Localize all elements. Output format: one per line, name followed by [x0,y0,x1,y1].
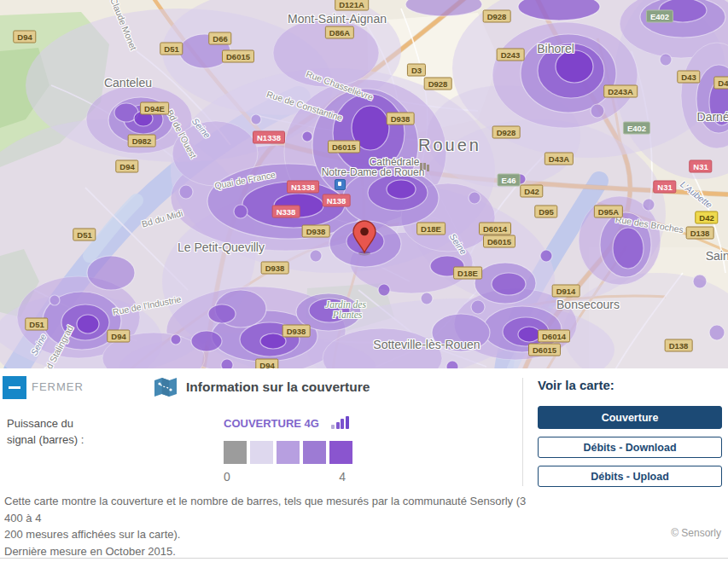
road-badge: D43A [545,153,574,165]
map-place-label: Mont-Saint-Aignan [288,12,387,26]
road-badge: D982 [128,135,156,148]
road-badge: N31 [689,160,712,173]
cathedral-poi-icon [420,163,422,170]
road-badge: D914 [552,285,580,298]
road-badge: N138 [323,194,351,207]
map-place-label: Canteleu [104,76,152,90]
map-switcher-heading: Voir la carte: [538,378,614,392]
map-switcher-buttons: CouvertureDébits - DownloadDébits - Uplo… [538,406,722,495]
road-badge: D938 [282,325,311,338]
map-view-button-2[interactable]: Débits - Upload [538,466,722,487]
road-badge: D42 [695,211,718,224]
road-badge: D6015 [222,50,254,63]
road-badge: D6015 [483,235,515,248]
road-badge: N1338 [253,131,285,144]
map-street-label: Jardin des [325,299,366,310]
road-badge: D95A [594,206,623,218]
legend-swatch-2 [277,441,300,464]
signal-bars-icon [331,415,350,429]
road-badge: D94 [255,359,278,369]
map-place-label: Bonsecours [556,298,620,311]
road-badge: D18E [416,223,446,235]
map-canvas [0,0,728,368]
road-badge: D3 [407,64,426,77]
vertical-divider [522,378,523,486]
road-badge: D6015 [328,141,360,154]
road-badge: D938 [387,113,415,125]
map-icon [154,377,177,397]
legend-swatch-0 [224,441,247,464]
map-place-label: Saint- [706,249,728,263]
road-badge: D51 [73,229,96,241]
map-place-label: Notre-Dame de Rouen [322,166,425,178]
map-place-label: Sotteville-lès-Rouen [373,338,480,351]
road-badge: D94 [115,160,138,173]
info-panel: FERMER Information sur la couverture Pui… [0,368,728,559]
map-place-label: Bihorel [537,42,574,55]
road-badge: D43 [677,71,700,84]
road-badge: D928 [483,10,511,23]
legend-swatch-3 [303,441,326,464]
map-street-label: Plantes [333,310,363,320]
minus-icon [9,386,20,389]
bottom-divider [0,558,728,559]
map-view-button-0[interactable]: Couverture [538,406,722,429]
road-badge: D938 [261,262,289,275]
legend-title: COUVERTURE 4G [224,417,319,430]
road-badge: E402 [623,122,650,135]
road-badge: D51 [25,318,48,331]
signal-strength-label: Puissance dusignal (barres) : [7,415,84,448]
road-badge: D42 [520,185,543,198]
legend-swatch-1 [250,441,273,464]
road-badge: N338 [272,206,300,218]
road-badge: D6014 [479,223,511,235]
collapse-button[interactable] [3,376,26,399]
road-badge: D6014 [538,330,570,343]
road-badge: D66 [208,32,231,45]
road-badge: D94 [107,330,130,343]
road-badge: D6015 [528,344,561,356]
legend-max-value: 4 [339,470,346,484]
map-marker-icon[interactable] [348,215,381,256]
road-badge: D43 [713,77,728,90]
road-badge: D138 [665,339,693,352]
road-badge: D51 [160,43,183,55]
road-badge: D18E [453,267,482,280]
footer-description: Cette carte montre la couverture et le n… [4,493,533,559]
road-badge: D86A [325,26,354,39]
copyright-label: © Sensorly [671,527,721,539]
panel-title: Information sur la couverture [186,379,370,395]
road-badge: D243 [497,49,525,61]
legend-swatch-4 [329,441,352,464]
road-badge: E46 [498,174,521,187]
map-place-label: Rouen [418,136,481,155]
legend-min-value: 0 [224,470,230,484]
road-badge: D94 [13,31,36,43]
road-badge: N31 [653,181,676,194]
road-badge: N1338 [287,181,319,194]
coverage-map[interactable]: Mont-Saint-AignanCanteleuRouenBihorelDar… [0,0,728,368]
road-badge: D243A [603,85,638,98]
map-place-label: Darnétal [697,110,728,124]
coverage-app: Mont-Saint-AignanCanteleuRouenBihorelDar… [0,0,728,562]
road-badge: D928 [492,126,521,139]
map-view-button-1[interactable]: Débits - Download [538,437,722,458]
transit-station-icon[interactable] [335,179,346,190]
road-badge: E402 [646,10,673,23]
road-badge: D938 [302,225,330,238]
map-place-label: Le Petit-Quevilly [178,240,265,254]
road-badge: D121A [335,0,369,11]
road-badge: D138 [686,227,714,240]
road-badge: D95 [534,206,557,218]
collapse-label: FERMER [32,380,84,393]
road-badge: D928 [424,78,452,90]
road-badge: D94E [140,102,169,115]
